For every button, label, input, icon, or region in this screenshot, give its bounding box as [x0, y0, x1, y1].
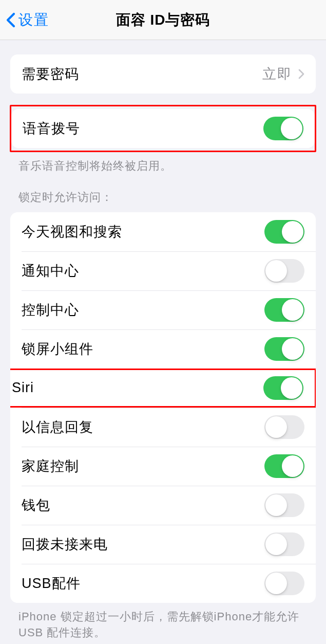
- locked-row-8: 回拨未接来电: [22, 525, 316, 564]
- locked-row-toggle[interactable]: [264, 298, 304, 322]
- require-passcode-value: 立即: [262, 65, 292, 83]
- locked-row-label: 回拨未接来电: [22, 535, 108, 554]
- locked-row-toggle[interactable]: [264, 415, 304, 439]
- locked-row-toggle[interactable]: [264, 493, 304, 517]
- locked-access-header: 锁定时允许访问：: [0, 174, 326, 210]
- voice-dial-label: 语音拨号: [23, 119, 80, 138]
- navbar: 设置 面容 ID与密码: [0, 0, 326, 40]
- locked-row-6: 家庭控制: [22, 447, 316, 486]
- chevron-right-icon: [298, 68, 304, 80]
- locked-row-0: 今天视图和搜索: [22, 212, 316, 251]
- locked-row-toggle[interactable]: [264, 454, 304, 478]
- voice-dial-toggle[interactable]: [263, 117, 303, 140]
- locked-row-toggle[interactable]: [263, 376, 303, 400]
- locked-row-toggle[interactable]: [264, 259, 304, 283]
- locked-access-footer: iPhone 锁定超过一小时后，需先解锁iPhone才能允许 USB 配件连接。: [0, 603, 326, 641]
- voice-dial-highlight: 语音拨号: [10, 105, 316, 152]
- locked-row-label: 今天视图和搜索: [22, 223, 122, 241]
- page-title: 面容 ID与密码: [116, 10, 210, 30]
- back-button[interactable]: 设置: [0, 10, 49, 30]
- chevron-left-icon: [6, 12, 15, 28]
- locked-row-toggle[interactable]: [264, 337, 304, 361]
- locked-row-label: 钱包: [22, 496, 50, 514]
- locked-row-label: 以信息回复: [22, 418, 93, 436]
- voice-dial-row: 语音拨号: [11, 109, 315, 148]
- locked-access-group: 今天视图和搜索通知中心控制中心锁屏小组件Siri以信息回复家庭控制钱包回拨未接来…: [10, 212, 316, 603]
- locked-row-3: 锁屏小组件: [22, 329, 316, 369]
- locked-row-toggle[interactable]: [264, 220, 304, 244]
- locked-row-4: Siri: [10, 369, 316, 408]
- require-passcode-group: 需要密码 立即: [10, 54, 316, 94]
- locked-row-toggle[interactable]: [264, 572, 304, 595]
- back-label: 设置: [18, 10, 49, 30]
- locked-row-label: USB配件: [22, 574, 81, 593]
- locked-row-label: 通知中心: [22, 262, 79, 280]
- require-passcode-row[interactable]: 需要密码 立即: [10, 54, 316, 94]
- locked-row-label: 锁屏小组件: [22, 340, 93, 358]
- locked-row-label: 控制中心: [22, 301, 79, 319]
- locked-row-label: Siri: [12, 380, 34, 396]
- locked-row-9: USB配件: [22, 564, 316, 603]
- locked-row-label: 家庭控制: [22, 457, 79, 475]
- locked-row-7: 钱包: [22, 486, 316, 525]
- locked-row-1: 通知中心: [22, 251, 316, 290]
- require-passcode-label: 需要密码: [22, 65, 79, 83]
- voice-dial-footer: 音乐语音控制将始终被启用。: [0, 152, 326, 174]
- locked-row-2: 控制中心: [22, 290, 316, 329]
- voice-dial-group: 语音拨号: [11, 109, 315, 148]
- locked-row-5: 以信息回复: [22, 408, 316, 447]
- locked-row-toggle[interactable]: [264, 532, 304, 556]
